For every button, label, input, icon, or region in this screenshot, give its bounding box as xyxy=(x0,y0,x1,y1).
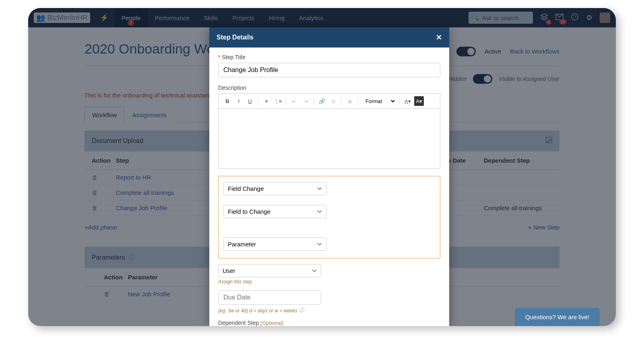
step-details-modal: Step Details ✕ * Step Title Description … xyxy=(209,27,449,326)
dependent-step-label: Dependent Step (Optional) xyxy=(218,320,440,326)
chat-widget[interactable]: Questions? We are live! xyxy=(515,308,600,326)
link-icon[interactable]: 🔗 xyxy=(317,96,327,106)
close-icon[interactable]: ✕ xyxy=(436,33,442,42)
unlink-icon[interactable]: ⊘ xyxy=(328,96,338,106)
help-icon[interactable]: ⓘ xyxy=(299,307,304,314)
description-label: Description xyxy=(218,85,440,91)
modal-header: Step Details ✕ xyxy=(209,27,449,47)
underline-icon[interactable]: U xyxy=(245,96,255,106)
step-title-label: * Step Title xyxy=(218,54,440,60)
outdent-icon[interactable]: ⇤ xyxy=(289,96,299,106)
description-editor[interactable] xyxy=(218,108,440,169)
chat-text: Questions? We are live! xyxy=(525,314,589,320)
field-to-change-select[interactable]: Field to Change xyxy=(223,205,326,218)
italic-icon[interactable]: I xyxy=(234,96,244,106)
due-hint: (eg. 3w or 4d) d = days or w = weeks ⓘ xyxy=(218,307,440,314)
due-date-input[interactable] xyxy=(218,290,321,305)
bg-color-icon[interactable]: A▾ xyxy=(414,96,424,106)
step-title-input[interactable] xyxy=(218,63,440,77)
assignee-select[interactable]: User xyxy=(218,264,321,277)
ordered-list-icon[interactable]: ≡ xyxy=(262,96,271,106)
rte-toolbar: B I U ≡ ⋮≡ ⇤ ⇥ 🔗 ⊘ ☺ Format A▾ A▾ xyxy=(218,93,440,108)
modal-title: Step Details xyxy=(217,34,254,41)
field-change-section: Field Change Field to Change Parameter xyxy=(218,176,440,258)
emoji-icon[interactable]: ☺ xyxy=(345,96,355,106)
parameter-select[interactable]: Parameter xyxy=(223,237,326,251)
assign-hint: Assign this step xyxy=(218,279,440,285)
bold-icon[interactable]: B xyxy=(223,96,232,106)
text-color-icon[interactable]: A▾ xyxy=(403,96,413,106)
unordered-list-icon[interactable]: ⋮≡ xyxy=(273,96,283,106)
step-type-select[interactable]: Field Change xyxy=(223,182,326,195)
indent-icon[interactable]: ⇥ xyxy=(301,96,310,106)
format-select[interactable]: Format xyxy=(361,97,396,105)
